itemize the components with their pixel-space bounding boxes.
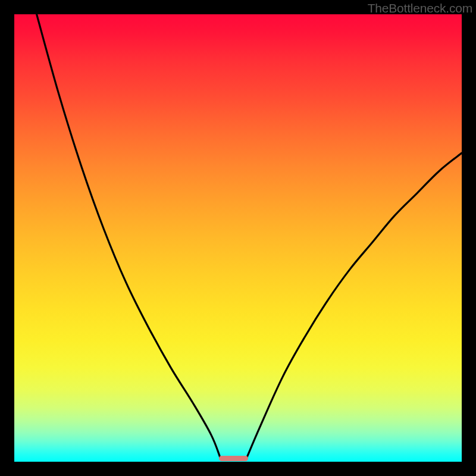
plot-area	[14, 14, 462, 462]
curves-layer	[14, 14, 462, 462]
watermark-text: TheBottleneck.com	[368, 1, 472, 15]
bottleneck-marker	[219, 456, 248, 462]
chart-frame: TheBottleneck.com	[0, 0, 476, 476]
right-curve	[247, 153, 462, 457]
left-curve	[37, 14, 220, 457]
